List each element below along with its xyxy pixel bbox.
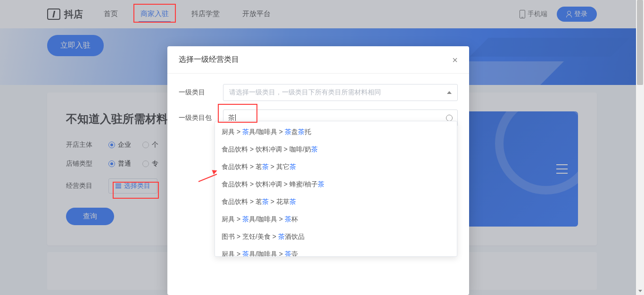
dropdown-item[interactable]: 厨具 > 茶具/咖啡具 > 茶杯 [215,211,457,228]
l1-contain-label: 一级类目包 [179,114,215,122]
scroll-down-icon[interactable] [636,287,644,295]
search-icon [446,115,453,121]
modal-title: 选择一级经营类目 [179,55,239,65]
dropdown-item[interactable]: 厨具 > 茶具/咖啡具 > 茶壶 [215,245,457,256]
l1-label: 一级类目 [179,88,215,97]
l1-placeholder: 请选择一级类目，一级类目下所有类目所需材料相同 [229,88,381,97]
l1-select[interactable]: 请选择一级类目，一级类目下所有类目所需材料相同 [223,84,458,101]
dropdown-item[interactable]: 食品饮料 > 饮料冲调 > 蜂蜜/柚子茶 [215,176,457,193]
scroll-thumb[interactable] [637,0,643,85]
l2-area-label [179,135,215,139]
modal-header: 选择一级经营类目 × [167,46,469,74]
dropdown-item[interactable]: 图书 > 烹饪/美食 > 茶酒饮品 [215,228,457,245]
l1-row: 一级类目 请选择一级类目，一级类目下所有类目所需材料相同 [179,84,458,101]
chevron-up-icon [447,91,452,94]
dropdown-item[interactable]: 食品饮料 > 茗茶 > 花草茶 [215,193,457,211]
dropdown-item[interactable]: 厨具 > 茶具/咖啡具 > 茶盘茶托 [215,123,457,141]
dropdown-item[interactable]: 食品饮料 > 茗茶 > 其它茶 [215,158,457,176]
dropdown-list[interactable]: 厨具 > 茶具/咖啡具 > 茶盘茶托食品饮料 > 饮料冲调 > 咖啡/奶茶食品饮… [215,121,457,256]
page-scrollbar[interactable] [636,0,644,295]
modal-close-button[interactable]: × [452,55,458,65]
dropdown-item[interactable]: 食品饮料 > 饮料冲调 > 咖啡/奶茶 [215,141,457,158]
search-dropdown: 厨具 > 茶具/咖啡具 > 茶盘茶托食品饮料 > 饮料冲调 > 咖啡/奶茶食品饮… [215,121,457,257]
